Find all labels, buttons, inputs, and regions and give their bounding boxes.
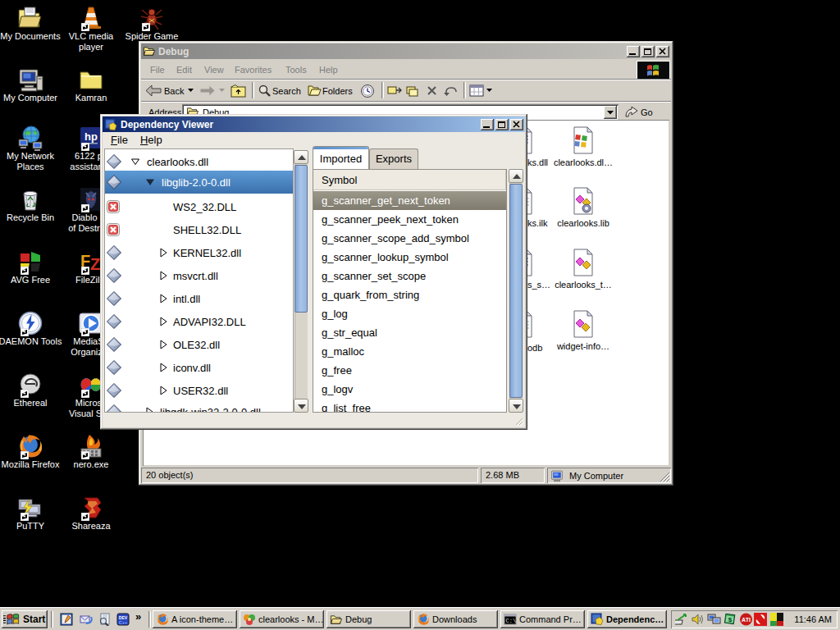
- svg-text:$: $: [728, 616, 733, 623]
- svg-text:ATI: ATI: [742, 617, 751, 623]
- svg-text:C++: C++: [119, 620, 127, 625]
